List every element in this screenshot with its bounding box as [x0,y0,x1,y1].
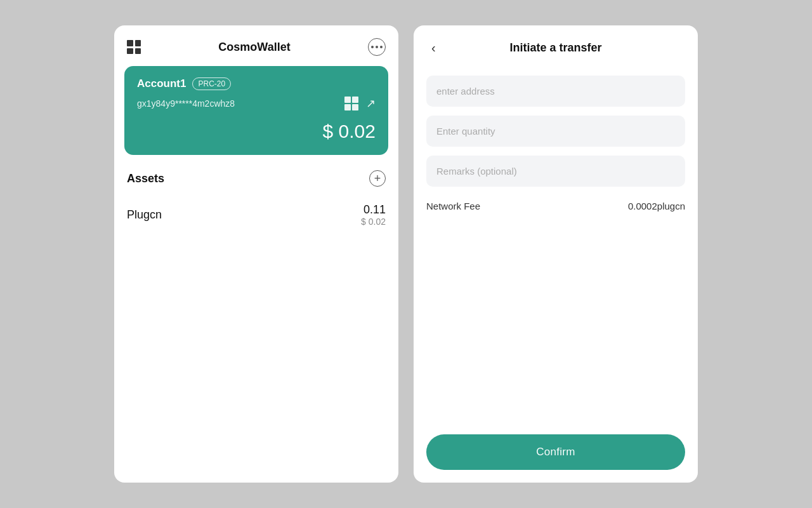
network-fee-label: Network Fee [426,201,480,211]
account-balance: $ 0.02 [137,121,376,142]
back-button[interactable]: ‹ [426,38,441,58]
share-icon[interactable]: ↗ [366,97,376,110]
address-input[interactable] [426,76,685,107]
right-header: ‹ Initiate a transfer [414,25,698,68]
asset-name: Plugcn [127,208,162,222]
app-title: CosmoWallet [218,41,290,54]
transfer-form: Network Fee 0.0002plugcn [414,68,698,422]
address-icons: ↗ [344,97,376,110]
account-card: Account1 PRC-20 gx1y84y9*****4m2cwhz8 ↗ … [124,66,388,155]
left-header: CosmoWallet [114,25,398,66]
more-icon[interactable] [368,38,386,56]
assets-header: Assets + [127,170,386,187]
address-text: gx1y84y9*****4m2cwhz8 [137,98,235,109]
app-container: CosmoWallet Account1 PRC-20 gx1y84y9****… [0,0,812,508]
quantity-input[interactable] [426,116,685,147]
address-row: gx1y84y9*****4m2cwhz8 ↗ [137,97,376,110]
list-item: Plugcn 0.11 $ 0.02 [127,197,386,233]
asset-amounts: 0.11 $ 0.02 [361,203,386,227]
qr-icon[interactable] [344,97,358,110]
left-panel: CosmoWallet Account1 PRC-20 gx1y84y9****… [114,25,398,483]
prc-badge: PRC-20 [192,77,231,90]
asset-quantity: 0.11 [361,203,386,217]
account-name: Account1 [137,77,186,90]
network-fee-value: 0.0002plugcn [628,201,685,211]
confirm-section: Confirm [414,422,698,483]
account-row: Account1 PRC-20 [137,77,376,90]
assets-title: Assets [127,172,164,185]
remarks-input[interactable] [426,156,685,187]
asset-usd-value: $ 0.02 [361,217,386,227]
add-asset-button[interactable]: + [369,170,386,187]
grid-icon[interactable] [127,40,141,54]
assets-section: Assets + Plugcn 0.11 $ 0.02 [114,165,398,238]
right-panel: ‹ Initiate a transfer Network Fee 0.0002… [414,25,698,483]
network-fee-row: Network Fee 0.0002plugcn [426,196,685,217]
confirm-button[interactable]: Confirm [426,434,685,470]
right-panel-title: Initiate a transfer [509,41,601,55]
